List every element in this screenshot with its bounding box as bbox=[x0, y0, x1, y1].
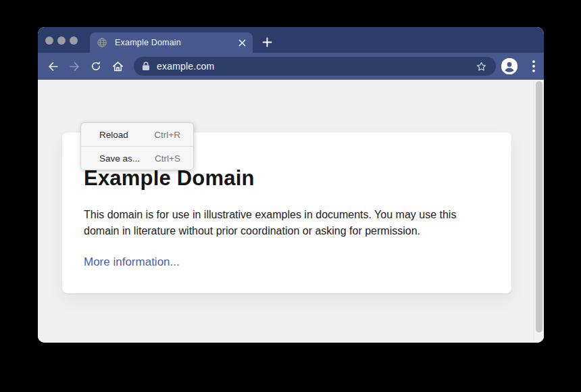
tab-close-icon[interactable] bbox=[236, 37, 247, 48]
window-titlebar: Example Domain bbox=[38, 27, 544, 53]
context-menu-item-reload[interactable]: Reload Ctrl+R bbox=[81, 123, 193, 146]
menu-item-label: Save as... bbox=[99, 153, 140, 164]
star-icon bbox=[476, 61, 487, 72]
forward-button[interactable] bbox=[65, 57, 84, 76]
reload-icon bbox=[90, 60, 102, 72]
more-information-link[interactable]: More information... bbox=[84, 255, 180, 269]
address-bar[interactable]: example.com bbox=[134, 57, 496, 76]
scrollbar-track[interactable] bbox=[534, 80, 544, 343]
profile-button[interactable] bbox=[501, 58, 517, 74]
close-icon bbox=[238, 39, 246, 47]
home-button[interactable] bbox=[108, 57, 127, 76]
forward-arrow-icon bbox=[68, 60, 81, 73]
screen-background: Example Domain bbox=[0, 0, 581, 392]
tab-title: Example Domain bbox=[115, 38, 181, 47]
new-tab-button[interactable] bbox=[259, 34, 275, 50]
context-menu-item-save-as[interactable]: Save as... Ctrl+S bbox=[81, 147, 193, 170]
context-menu: Reload Ctrl+R Save as... Ctrl+S bbox=[80, 122, 194, 170]
browser-toolbar: example.com bbox=[38, 53, 544, 80]
menu-item-label: Reload bbox=[99, 130, 128, 140]
maximize-window-button[interactable] bbox=[70, 36, 78, 45]
close-window-button[interactable] bbox=[45, 36, 53, 45]
url-text: example.com bbox=[157, 61, 214, 72]
person-icon bbox=[501, 58, 517, 74]
plus-icon bbox=[262, 37, 272, 47]
back-arrow-icon bbox=[47, 60, 59, 73]
window-controls bbox=[45, 36, 78, 45]
browser-tab[interactable]: Example Domain bbox=[90, 32, 253, 53]
menu-item-shortcut: Ctrl+R bbox=[154, 130, 180, 140]
bookmark-star-button[interactable] bbox=[474, 59, 488, 73]
page-content: Example Domain This domain is for use in… bbox=[38, 80, 544, 343]
back-button[interactable] bbox=[43, 57, 62, 76]
browser-menu-button[interactable] bbox=[528, 58, 540, 74]
browser-window: Example Domain bbox=[38, 27, 544, 343]
reload-button[interactable] bbox=[86, 57, 105, 76]
menu-item-shortcut: Ctrl+S bbox=[155, 153, 180, 164]
home-icon bbox=[111, 60, 124, 73]
lock-icon[interactable] bbox=[142, 62, 150, 71]
page-paragraph: This domain is for use in illustrative e… bbox=[84, 207, 481, 239]
minimize-window-button[interactable] bbox=[57, 36, 66, 45]
three-dot-menu-icon bbox=[532, 60, 535, 72]
scrollbar-thumb[interactable] bbox=[536, 81, 542, 333]
globe-favicon-icon bbox=[97, 37, 107, 48]
